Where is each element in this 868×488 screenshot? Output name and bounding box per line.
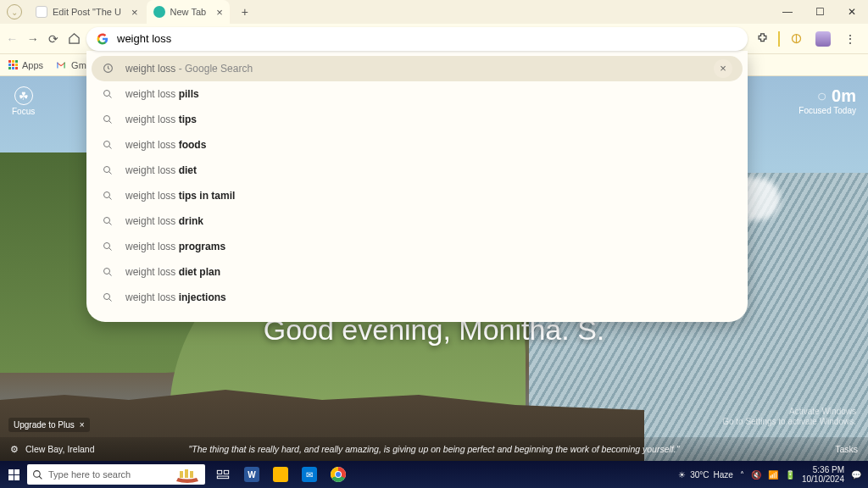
- start-button[interactable]: [0, 461, 27, 488]
- search-icon: [102, 266, 114, 278]
- suggestion-row[interactable]: weight loss diet: [92, 158, 743, 183]
- extensions-button[interactable]: [751, 28, 773, 50]
- tray-wifi-icon[interactable]: 📶: [768, 470, 778, 480]
- page-bottom-bar: ⚙ Clew Bay, Ireland "The thing that is r…: [0, 437, 868, 461]
- tab-title: Edit Post "The U: [53, 7, 121, 17]
- search-icon: [102, 114, 114, 125]
- svg-rect-12: [180, 471, 183, 478]
- tab-search-button[interactable]: ⌄: [7, 4, 22, 19]
- gmail-icon: [55, 59, 67, 71]
- window-close-button[interactable]: ✕: [836, 0, 868, 24]
- svg-rect-15: [217, 470, 221, 474]
- profile-button[interactable]: [812, 28, 834, 50]
- bookmark-apps[interactable]: Apps: [8, 60, 43, 70]
- close-icon[interactable]: ×: [216, 6, 223, 19]
- chrome-menu-button[interactable]: ⋮: [839, 28, 861, 50]
- window-minimize-button[interactable]: ―: [771, 0, 804, 24]
- tab-title: New Tab: [170, 7, 207, 17]
- browser-titlebar: ⌄ Edit Post "The U × New Tab × + ― ☐ ✕: [0, 0, 868, 24]
- new-tab-button[interactable]: +: [235, 2, 255, 22]
- upgrade-chip[interactable]: Upgrade to Plus×: [8, 418, 90, 432]
- browser-toolbar: ← → ⟳ weight loss - Google Search × weig…: [0, 24, 868, 54]
- svg-point-4: [104, 166, 110, 172]
- windows-watermark: Activate Windows Go to Settings to activ…: [722, 407, 856, 427]
- svg-point-6: [104, 217, 110, 223]
- omnibox-suggestions: weight loss - Google Search × weight los…: [86, 51, 748, 322]
- avatar-icon: [815, 31, 831, 47]
- suggestion-row[interactable]: weight loss programs: [92, 234, 743, 259]
- suggestion-row[interactable]: weight loss drink: [92, 208, 743, 234]
- focused-today-widget[interactable]: ○ 0m Focused Today: [798, 86, 856, 115]
- tray-volume-icon[interactable]: 🔇: [751, 470, 761, 480]
- svg-point-8: [104, 268, 110, 274]
- svg-point-2: [104, 115, 110, 121]
- reload-button[interactable]: ⟳: [45, 27, 63, 51]
- home-button[interactable]: [66, 27, 84, 51]
- svg-point-7: [104, 242, 110, 248]
- task-view-button[interactable]: [210, 462, 236, 487]
- google-icon: [97, 33, 108, 45]
- taskbar-search[interactable]: Type here to search: [27, 464, 205, 485]
- search-icon: [102, 291, 114, 303]
- tray-chevron-icon[interactable]: ˄: [740, 470, 744, 480]
- svg-point-11: [34, 470, 41, 477]
- search-highlight-icon: [175, 466, 200, 483]
- taskbar-app[interactable]: W: [239, 462, 264, 487]
- search-icon: [102, 88, 114, 100]
- suggestion-row[interactable]: weight loss diet plan: [92, 259, 743, 285]
- back-button[interactable]: ←: [3, 27, 21, 51]
- forward-button[interactable]: →: [25, 27, 42, 51]
- taskbar-app[interactable]: [268, 462, 293, 487]
- svg-point-1: [104, 90, 110, 96]
- svg-point-5: [104, 191, 110, 197]
- apps-icon: [8, 60, 18, 69]
- search-icon: [32, 469, 43, 480]
- taskbar-clock[interactable]: 5:36 PM 10/10/2024: [802, 465, 844, 484]
- tab-active[interactable]: New Tab ×: [147, 0, 230, 24]
- taskbar-search-placeholder: Type here to search: [48, 469, 131, 480]
- suggestion-row[interactable]: weight loss foods: [92, 132, 743, 158]
- suggestion-row[interactable]: weight loss - Google Search ×: [92, 56, 743, 81]
- search-icon: [102, 139, 114, 151]
- tab-inactive[interactable]: Edit Post "The U ×: [29, 0, 145, 24]
- side-panel-button[interactable]: [785, 28, 807, 50]
- brain-icon: ☘: [14, 86, 33, 105]
- windows-taskbar: Type here to search W ✉ ☀ 30°C Haze ˄ 🔇 …: [0, 461, 868, 488]
- window-maximize-button[interactable]: ☐: [804, 0, 836, 24]
- suggestion-row[interactable]: weight loss pills: [92, 81, 743, 107]
- separator: [778, 31, 780, 47]
- windows-icon: [8, 469, 19, 480]
- taskbar-weather[interactable]: ☀ 30°C Haze: [678, 470, 733, 480]
- svg-rect-16: [224, 470, 228, 474]
- svg-rect-14: [190, 471, 193, 478]
- favicon-icon: [36, 6, 47, 18]
- suggestion-row[interactable]: weight loss injections: [92, 285, 743, 310]
- remove-suggestion-button[interactable]: ×: [714, 59, 732, 78]
- taskbar-app[interactable]: ✉: [297, 462, 322, 487]
- search-icon: [102, 215, 114, 227]
- tray-notifications-icon[interactable]: 💬: [851, 470, 861, 480]
- search-icon: [102, 241, 114, 252]
- tray-battery-icon[interactable]: 🔋: [785, 470, 795, 480]
- history-icon: [102, 63, 114, 75]
- search-icon: [102, 190, 114, 202]
- search-icon: [102, 164, 114, 176]
- omnibox[interactable]: [86, 27, 748, 51]
- omnibox-input[interactable]: [117, 32, 737, 45]
- sun-icon: ☀: [678, 470, 686, 480]
- svg-point-3: [104, 141, 110, 147]
- svg-rect-17: [217, 476, 228, 479]
- taskbar-app-chrome[interactable]: [326, 462, 351, 487]
- svg-rect-13: [185, 469, 188, 478]
- suggestion-row[interactable]: weight loss tips: [92, 107, 743, 132]
- favicon-icon: [153, 6, 165, 18]
- close-icon[interactable]: ×: [80, 420, 85, 430]
- close-icon[interactable]: ×: [131, 6, 138, 19]
- focus-widget[interactable]: ☘ Focus: [12, 86, 35, 116]
- quote-text[interactable]: "The thing that is really hard, and real…: [0, 444, 868, 454]
- suggestion-row[interactable]: weight loss tips in tamil: [92, 183, 743, 208]
- svg-point-9: [104, 293, 110, 299]
